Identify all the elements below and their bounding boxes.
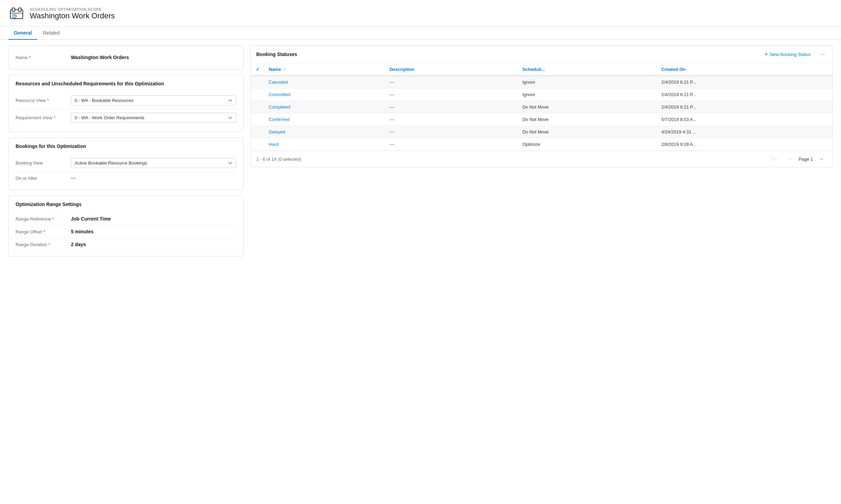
row-name-cell[interactable]: Hard [265,138,385,151]
row-description-cell: --- [385,126,518,138]
requirement-view-select[interactable]: 0 - WA - Work Order Requirements [71,113,236,123]
pagination-controls: |← ← Page 1 → [770,155,827,164]
row-scheduling-cell: Ignore [518,88,657,101]
table-row: Confirmed --- Do Not Move 5/7/2019 8:53 … [251,113,832,126]
requirement-view-label: Requirement View* [16,115,71,120]
row-check-cell[interactable] [251,113,265,126]
bookings-section: Bookings for this Optimization Booking V… [8,138,243,190]
range-offset-value: 5 minutes [71,229,236,234]
row-check-cell[interactable] [251,76,265,88]
optimization-section-title: Optimization Range Settings [16,202,236,207]
resources-section-title: Resources and Unscheduled Requirements f… [16,81,236,86]
name-section: Name* Washington Work Orders [8,45,243,69]
table-row: Delayed --- Do Not Move 4/24/2019 4:31 .… [251,126,832,138]
name-label: Name* [16,55,71,60]
row-description-cell: --- [385,113,518,126]
table-row: Committed --- Ignore 2/4/2019 6:21 P... [251,88,832,101]
booking-statuses-table: ✓ Name ↑ Description Scheduli... Created… [251,63,832,151]
prev-page-button[interactable]: ← [785,155,796,164]
table-row: Canceled --- Ignore 2/4/2019 6:21 P... [251,76,832,88]
range-offset-label: Range Offset* [16,229,71,234]
range-reference-value: Job Current Time [71,216,236,222]
row-created-on-cell: 5/7/2019 8:53 A... [657,113,832,126]
row-created-on-cell: 4/24/2019 4:31 ... [657,126,832,138]
tabs-container: General Related [0,27,841,40]
tab-general[interactable]: General [8,27,37,40]
row-name-cell[interactable]: Completed [265,101,385,113]
optimization-section: Optimization Range Settings Range Refere… [8,196,243,256]
footer-count: 1 - 6 of 14 (0 selected) [256,157,301,162]
range-duration-label: Range Duration* [16,242,71,247]
row-created-on-cell: 2/4/2019 6:21 P... [657,88,832,101]
right-panel: Booking Statuses + New Booking Status ··… [250,45,833,256]
new-booking-status-button[interactable]: + New Booking Status [761,50,813,59]
row-created-on-cell: 2/8/2019 9:28 A... [657,138,832,151]
row-name-cell[interactable]: Canceled [265,76,385,88]
row-name-cell[interactable]: Confirmed [265,113,385,126]
booking-statuses-panel: Booking Statuses + New Booking Status ··… [250,45,833,167]
scheduling-column-header[interactable]: Scheduli... [518,63,657,76]
check-column-header[interactable]: ✓ [251,63,265,76]
row-name-cell[interactable]: Committed [265,88,385,101]
more-options-button[interactable]: ··· [817,50,827,59]
row-description-cell: --- [385,88,518,101]
row-created-on-cell: 2/4/2019 6:21 P... [657,101,832,113]
svg-rect-1 [12,8,15,11]
row-check-cell[interactable] [251,138,265,151]
row-check-cell[interactable] [251,101,265,113]
plus-icon: + [764,51,768,57]
page-header: SCHEDULING OPTIMIZATION SCOPE Washington… [0,0,841,27]
row-scheduling-cell: Do Not Move [518,113,657,126]
left-panel: Name* Washington Work Orders Resources a… [8,45,243,256]
row-description-cell: --- [385,76,518,88]
first-page-button[interactable]: |← [770,155,782,164]
tab-related[interactable]: Related [37,27,65,40]
header-icon [8,6,25,22]
bookings-section-title: Bookings for this Optimization [16,143,236,149]
row-description-cell: --- [385,138,518,151]
checkmark-icon: ✓ [256,67,260,72]
booking-actions: + New Booking Status ··· [761,50,827,59]
table-row: Hard --- Optimize 2/8/2019 9:28 A... [251,138,832,151]
row-name-cell[interactable]: Delayed [265,126,385,138]
main-content: Name* Washington Work Orders Resources a… [0,40,841,262]
row-created-on-cell: 2/4/2019 6:21 P... [657,76,832,88]
row-description-cell: --- [385,101,518,113]
range-duration-value: 2 days [71,242,236,247]
row-scheduling-cell: Do Not Move [518,126,657,138]
row-check-cell[interactable] [251,88,265,101]
booking-view-label: Booking View [16,160,71,166]
sort-arrow-icon: ↑ [284,67,286,72]
booking-statuses-footer: 1 - 6 of 14 (0 selected) |← ← Page 1 → [251,151,832,167]
booking-view-select[interactable]: Active Bookable Resource Bookings [71,158,236,168]
on-or-after-value: --- [71,175,236,181]
name-column-header[interactable]: Name ↑ [265,63,385,76]
resources-section: Resources and Unscheduled Requirements f… [8,75,243,132]
page-label: Page 1 [799,157,813,162]
booking-statuses-header: Booking Statuses + New Booking Status ··… [251,46,832,63]
range-reference-label: Range Reference* [16,216,71,222]
resource-view-label: Resource View* [16,98,71,103]
header-title: Washington Work Orders [30,11,115,20]
next-page-button[interactable]: → [816,155,827,164]
row-scheduling-cell: Optimize [518,138,657,151]
description-column-header[interactable]: Description [385,63,518,76]
header-subtitle: SCHEDULING OPTIMIZATION SCOPE [30,7,115,11]
row-scheduling-cell: Ignore [518,76,657,88]
on-or-after-label: On or After [16,176,71,181]
svg-rect-2 [18,8,21,11]
row-check-cell[interactable] [251,126,265,138]
table-row: Completed --- Do Not Move 2/4/2019 6:21 … [251,101,832,113]
created-on-column-header[interactable]: Created On [657,63,832,76]
row-scheduling-cell: Do Not Move [518,101,657,113]
booking-statuses-title: Booking Statuses [256,52,297,57]
resource-view-select[interactable]: 0 - WA - Bookable Resources [71,95,236,105]
name-value: Washington Work Orders [71,55,236,60]
